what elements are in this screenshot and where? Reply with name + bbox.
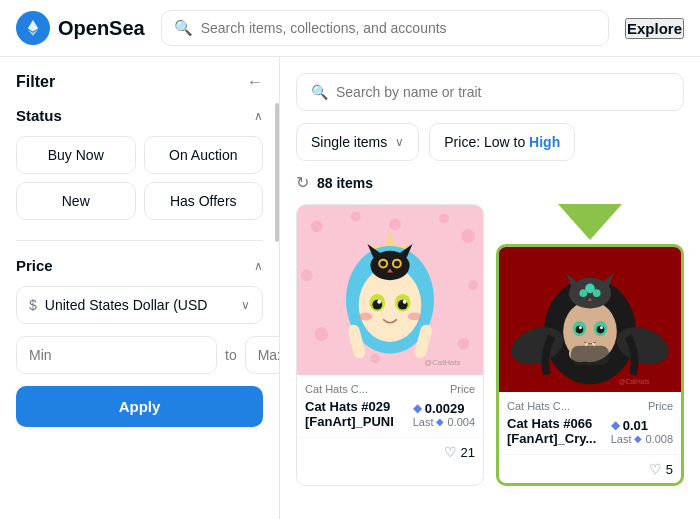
svg-point-2 — [351, 212, 361, 222]
has-offers-button[interactable]: Has Offers — [144, 182, 264, 220]
header: OpenSea 🔍 Explore — [0, 0, 700, 57]
content-search-bar[interactable]: 🔍 — [296, 73, 684, 111]
apply-button[interactable]: Apply — [16, 386, 263, 427]
nft-1-name: Cat Hats #029 — [305, 399, 394, 414]
items-count-row: ↻ 88 items — [296, 173, 684, 192]
price-chevron-icon: ∧ — [254, 259, 263, 273]
status-section-header[interactable]: Status ∧ — [16, 107, 263, 124]
svg-point-19 — [403, 300, 407, 304]
search-icon: 🔍 — [174, 19, 193, 37]
min-price-input[interactable] — [16, 336, 217, 374]
eth-icon-1: ◆ — [413, 401, 422, 415]
nft-1-last-label: Last — [413, 416, 434, 428]
price-to-label: to — [225, 347, 237, 363]
svg-point-5 — [461, 229, 475, 243]
nft-image-1: @CatHats — [297, 205, 483, 375]
nft-card-1[interactable]: @CatHats Cat Hats C... Price Cat Hats #0… — [296, 204, 484, 486]
price-title: Price — [16, 257, 53, 274]
nft-1-collection: Cat Hats C... — [305, 383, 368, 395]
collapse-icon[interactable]: ← — [247, 73, 263, 91]
svg-point-8 — [315, 327, 329, 341]
main-search-bar[interactable]: 🔍 — [161, 10, 609, 46]
nft-card-2-footer: ♡ 5 — [499, 454, 681, 483]
heart-icon-1[interactable]: ♡ — [444, 444, 457, 460]
buy-now-button[interactable]: Buy Now — [16, 136, 136, 174]
nft-2-name-block: Cat Hats #066 [FanArt]_Cry... — [507, 416, 596, 446]
svg-point-27 — [380, 261, 386, 267]
svg-point-7 — [468, 280, 478, 290]
new-button[interactable]: New — [16, 182, 136, 220]
svg-rect-54 — [571, 346, 609, 365]
single-items-dropdown[interactable]: Single items ∨ — [296, 123, 419, 161]
eth-icon-2b: ◆ — [634, 433, 642, 444]
logo-text: OpenSea — [58, 17, 145, 40]
status-title: Status — [16, 107, 62, 124]
svg-text:@CatHats: @CatHats — [424, 358, 460, 367]
trait-search-input[interactable] — [336, 84, 669, 100]
nft-grid: @CatHats Cat Hats C... Price Cat Hats #0… — [296, 204, 684, 486]
svg-point-4 — [439, 214, 449, 224]
status-chevron-icon: ∧ — [254, 109, 263, 123]
single-items-label: Single items — [311, 134, 387, 150]
scrollbar-thumb — [275, 103, 279, 242]
on-auction-button[interactable]: On Auction — [144, 136, 264, 174]
nft-2-likes: 5 — [666, 462, 673, 477]
sidebar: Filter ← Status ∧ Buy Now On Auction New… — [0, 57, 280, 519]
dollar-icon: $ — [29, 297, 37, 313]
eth-icon-2: ◆ — [611, 418, 620, 432]
nft-1-last-price: 0.004 — [447, 416, 475, 428]
max-price-input[interactable] — [245, 336, 280, 374]
explore-button[interactable]: Explore — [625, 18, 684, 39]
items-count: 88 items — [317, 175, 373, 191]
nft-card-1-footer: ♡ 21 — [297, 437, 483, 466]
eth-icon-1b: ◆ — [436, 416, 444, 427]
nft-2-price-label: Price — [648, 400, 673, 412]
green-arrow-icon — [558, 204, 622, 240]
svg-point-10 — [370, 354, 380, 364]
svg-point-50 — [579, 289, 587, 297]
opensea-logo — [16, 11, 50, 45]
nft-card-1-body: Cat Hats C... Price Cat Hats #029 [FanAr… — [297, 375, 483, 437]
price-range-inputs: to — [16, 336, 263, 374]
content-area: 🔍 Single items ∨ Price: Low to High ↻ 88… — [280, 57, 700, 519]
section-divider — [16, 240, 263, 241]
nft-1-price-block: ◆ 0.0029 Last ◆ 0.004 — [413, 401, 475, 428]
svg-point-21 — [408, 313, 422, 321]
nft-2-name: Cat Hats #066 — [507, 416, 596, 431]
svg-point-51 — [593, 289, 601, 297]
single-items-chevron-icon: ∨ — [395, 135, 404, 149]
status-section: Status ∧ Buy Now On Auction New Has Offe… — [16, 107, 263, 220]
status-buttons-grid: Buy Now On Auction New Has Offers — [16, 136, 263, 220]
svg-point-20 — [359, 313, 373, 321]
filter-title: Filter — [16, 73, 55, 91]
green-arrow-container — [496, 204, 684, 240]
svg-point-42 — [579, 326, 582, 329]
nft-2-price: 0.01 — [623, 418, 648, 433]
nft-1-last-row: Last ◆ 0.004 — [413, 416, 475, 428]
main-search-input[interactable] — [201, 20, 596, 36]
svg-point-1 — [311, 220, 323, 232]
svg-point-18 — [377, 300, 381, 304]
nft-image-2: @CatHats — [499, 247, 681, 392]
price-sort-button[interactable]: Price: Low to High — [429, 123, 575, 161]
refresh-icon[interactable]: ↻ — [296, 173, 309, 192]
price-section-header[interactable]: Price ∧ — [16, 257, 263, 274]
svg-point-28 — [394, 261, 400, 267]
heart-icon-2[interactable]: ♡ — [649, 461, 662, 477]
nft-2-collection: Cat Hats C... — [507, 400, 570, 412]
nft-1-likes: 21 — [461, 445, 475, 460]
content-search-icon: 🔍 — [311, 84, 328, 100]
svg-point-6 — [301, 269, 313, 281]
nft-1-name-block: Cat Hats #029 [FanArt]_PUNI — [305, 399, 394, 429]
nft-card-1-top: Cat Hats C... Price — [305, 383, 475, 395]
nft-2-last-label: Last — [611, 433, 632, 445]
svg-point-9 — [458, 338, 470, 350]
nft-1-price: 0.0029 — [425, 401, 465, 416]
currency-text: United States Dollar (USD — [45, 297, 233, 313]
currency-dropdown[interactable]: $ United States Dollar (USD ∨ — [16, 286, 263, 324]
nft-card-2[interactable]: @CatHats Cat Hats C... Price Cat Hats #0… — [496, 244, 684, 486]
nft-2-last-row: Last ◆ 0.008 — [611, 433, 673, 445]
svg-text:@CatHats: @CatHats — [619, 378, 651, 385]
sidebar-header: Filter ← — [16, 73, 263, 91]
nft-2-name2: [FanArt]_Cry... — [507, 431, 596, 446]
